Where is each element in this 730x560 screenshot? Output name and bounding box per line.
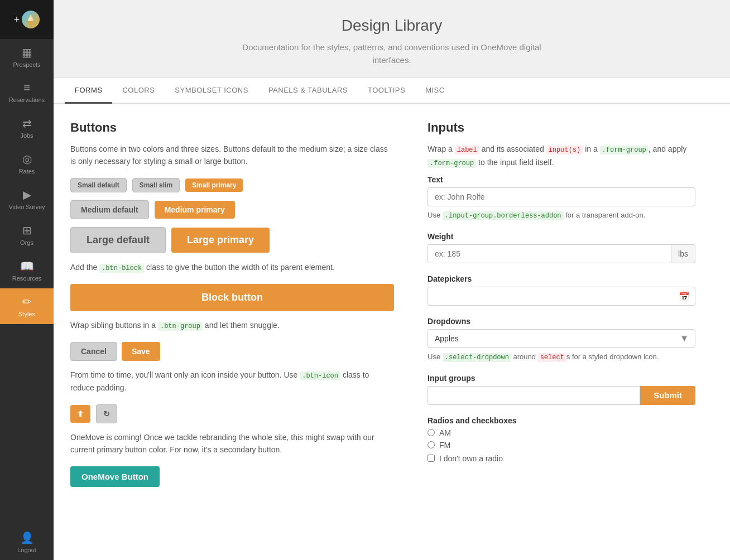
checkbox-dont-own-radio[interactable]: I don't own a radio: [428, 454, 695, 463]
icon-desc-pre: From time to time, you'll want only an i…: [70, 370, 300, 379]
select-code: select: [538, 353, 566, 362]
dont-own-radio-checkbox[interactable]: [428, 455, 435, 462]
radio-am[interactable]: AM: [428, 428, 695, 437]
select-dropdown-code: .select-dropdown: [443, 353, 511, 362]
small-slim-button[interactable]: Small slim: [132, 178, 180, 192]
page-title: Design Library: [65, 17, 719, 35]
icon-code: .btn-icon: [300, 371, 340, 380]
logo-plus-icon: +: [14, 14, 20, 26]
sidebar-item-reservations[interactable]: ≡ Reservations: [0, 75, 54, 110]
sidebar-item-label: Resources: [12, 275, 42, 282]
buttons-section-title: Buttons: [70, 120, 394, 135]
sidebar-item-jobs[interactable]: ⇄ Jobs: [0, 110, 54, 146]
onemove-desc: OneMove is coming! Once we tackle rebran…: [70, 431, 394, 456]
logo-icon: 🍦: [22, 11, 40, 28]
text-input[interactable]: [428, 187, 695, 206]
tab-symbolset-icons[interactable]: SYMBOLSET ICONS: [165, 78, 258, 104]
resources-icon: 📖: [20, 259, 34, 273]
small-buttons-row: Small default Small slim Small primary: [70, 178, 394, 192]
sidebar-item-label: Rates: [19, 168, 35, 175]
group-desc: Wrap sibling buttons in a .btn-group and…: [70, 319, 394, 332]
weight-input-group: lbs: [428, 244, 695, 263]
sidebar-item-label: Styles: [18, 311, 35, 317]
large-buttons-row: Large default Large primary: [70, 227, 394, 253]
sidebar-item-label: Orgs: [20, 239, 33, 246]
dropdown-select[interactable]: Apples Oranges Bananas: [428, 329, 695, 348]
large-primary-button[interactable]: Large primary: [171, 228, 270, 253]
inputs-section-title: Inputs: [428, 120, 695, 135]
medium-default-button[interactable]: Medium default: [70, 200, 149, 219]
group-desc-post: and let them snuggle.: [203, 321, 280, 330]
tab-panels-tabulars[interactable]: PANELS & TABULARS: [258, 78, 358, 104]
text-input-section: Text Use .input-group.borderless-addon f…: [428, 175, 695, 221]
dropdown-desc: Use .select-dropdown around selects for …: [428, 351, 695, 363]
group-desc-pre: Wrap sibling buttons in a: [70, 321, 158, 330]
styles-icon: ✏: [22, 295, 32, 308]
logout-icon: 👤: [20, 531, 34, 544]
medium-primary-button[interactable]: Medium primary: [155, 201, 235, 219]
radio-fm[interactable]: FM: [428, 441, 695, 450]
sidebar-logo[interactable]: + 🍦: [0, 0, 54, 39]
input-groups-label: Input groups: [428, 374, 695, 383]
sidebar-item-label: Prospects: [13, 61, 41, 68]
block-desc: Add the .btn-block class to give the but…: [70, 261, 394, 274]
group-code: .btn-group: [158, 322, 203, 331]
small-primary-button[interactable]: Small primary: [185, 178, 243, 192]
onemove-button[interactable]: OneMove Button: [70, 466, 160, 487]
sidebar-item-label: Logout: [17, 547, 36, 553]
sidebar-item-label: Video Survey: [8, 204, 45, 210]
datepicker-input[interactable]: [428, 287, 695, 306]
buttons-desc: Buttons come in two colors and three siz…: [70, 143, 394, 168]
content-area: Buttons Buttons come in two colors and t…: [54, 104, 730, 560]
tab-forms[interactable]: FORMS: [65, 78, 112, 104]
refresh-icon-button[interactable]: ↻: [96, 404, 117, 423]
prospects-icon: ▦: [22, 46, 32, 59]
submit-input-group: Submit: [428, 386, 695, 405]
form-group-code: .form-group: [600, 146, 649, 155]
datepicker-section: Datepickers 📅: [428, 274, 695, 306]
block-desc-pre: Add the: [70, 263, 99, 272]
tab-colors[interactable]: COLORS: [112, 78, 165, 104]
sidebar-item-resources[interactable]: 📖 Resources: [0, 253, 54, 288]
radio-am-input[interactable]: [428, 429, 435, 436]
sidebar-item-video-survey[interactable]: ▶ Video Survey: [0, 181, 54, 217]
cancel-button[interactable]: Cancel: [70, 342, 117, 361]
sidebar-item-prospects[interactable]: ▦ Prospects: [0, 39, 54, 75]
inputs-section: Inputs Wrap a label and its associated i…: [428, 120, 695, 543]
tab-tooltips[interactable]: TOOLTIPS: [358, 78, 415, 104]
weight-input[interactable]: [428, 244, 671, 263]
tabs-bar: FORMS COLORS SYMBOLSET ICONS PANELS & TA…: [54, 78, 730, 104]
radio-am-label: AM: [439, 428, 451, 437]
radios-label: Radios and checkboxes: [428, 416, 695, 425]
weight-input-section: Weight lbs: [428, 232, 695, 263]
sidebar-item-logout[interactable]: 👤 Logout: [0, 524, 54, 560]
radio-fm-label: FM: [439, 441, 450, 450]
input-group-field[interactable]: [428, 386, 640, 405]
upload-icon-button[interactable]: ⬆: [70, 405, 90, 423]
tab-misc[interactable]: MISC: [415, 78, 455, 104]
page-header: Design Library Documentation for the sty…: [54, 0, 730, 78]
dropdown-wrapper: Apples Oranges Bananas ▼: [428, 329, 695, 348]
rates-icon: ◎: [22, 152, 32, 166]
datepicker-label: Datepickers: [428, 274, 695, 283]
save-button[interactable]: Save: [122, 342, 160, 361]
submit-button[interactable]: Submit: [640, 386, 695, 405]
block-button[interactable]: Block button: [70, 284, 394, 311]
sidebar: + 🍦 ▦ Prospects ≡ Reservations ⇄ Jobs ◎ …: [0, 0, 54, 560]
sidebar-item-orgs[interactable]: ⊞ Orgs: [0, 217, 54, 253]
orgs-icon: ⊞: [22, 224, 32, 237]
sidebar-item-styles[interactable]: ✏ Styles: [0, 288, 54, 324]
input-s-code: input(s): [546, 146, 583, 155]
block-desc-post: class to give the button the width of it…: [144, 263, 335, 272]
reservations-icon: ≡: [23, 81, 30, 94]
page-subtitle: Documentation for the styles, patterns, …: [224, 41, 559, 66]
medium-buttons-row: Medium default Medium primary: [70, 200, 394, 219]
sidebar-item-label: Jobs: [20, 132, 33, 139]
radio-fm-input[interactable]: [428, 441, 435, 448]
sidebar-item-rates[interactable]: ◎ Rates: [0, 146, 54, 181]
large-default-button[interactable]: Large default: [70, 227, 166, 253]
dropdown-section: Dropdowns Apples Oranges Bananas ▼ Use .…: [428, 317, 695, 363]
small-default-button[interactable]: Small default: [70, 178, 127, 192]
weight-unit: lbs: [671, 244, 695, 263]
icon-desc: From time to time, you'll want only an i…: [70, 369, 394, 394]
